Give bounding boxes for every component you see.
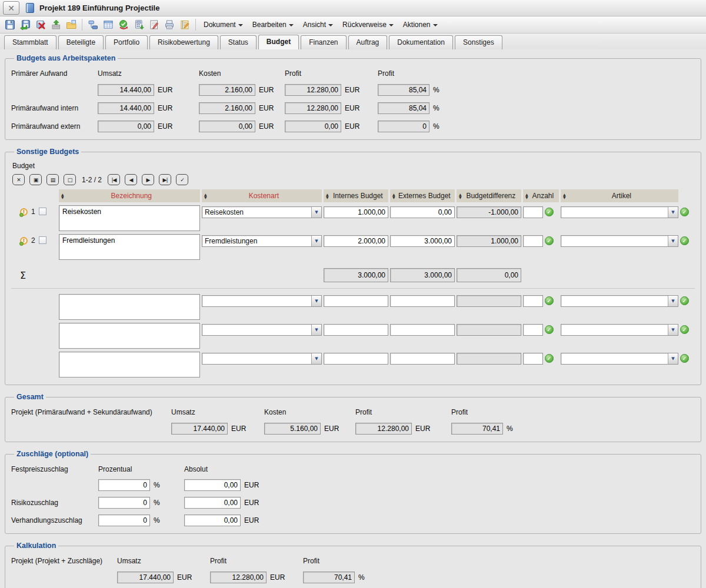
- artikel-select[interactable]: [561, 295, 678, 307]
- tab-sonstiges[interactable]: Sonstiges: [455, 35, 502, 49]
- column-header-internes-budget[interactable]: Internes Budget: [324, 189, 388, 202]
- notes-button[interactable]: [178, 18, 192, 32]
- menu-ansicht[interactable]: Ansicht: [298, 21, 338, 29]
- print-icon: ▤: [51, 177, 55, 183]
- externes-budget-input[interactable]: [390, 324, 455, 336]
- anzahl-input[interactable]: [523, 295, 543, 307]
- apply-icon[interactable]: [680, 325, 689, 334]
- apply-icon[interactable]: [680, 296, 689, 305]
- menu-aktionen[interactable]: Aktionen: [398, 21, 442, 29]
- delete-rows-button[interactable]: ✕: [12, 174, 25, 185]
- tab-stammblatt[interactable]: Stammblatt: [4, 35, 56, 49]
- sort-icon[interactable]: [563, 193, 566, 199]
- first-page-button[interactable]: |◀: [108, 174, 120, 185]
- sort-icon[interactable]: [392, 193, 395, 199]
- menu-rueckverweise[interactable]: Rückverweise: [338, 21, 398, 29]
- tab-status[interactable]: Status: [220, 35, 257, 49]
- kostenart-select[interactable]: Reisekosten: [202, 206, 322, 218]
- bezeichnung-input[interactable]: [59, 323, 200, 349]
- select-all-button[interactable]: ✓: [176, 174, 188, 185]
- apply-icon[interactable]: [680, 354, 689, 363]
- column-header-bezeichnung[interactable]: Bezeichnung: [59, 189, 200, 202]
- internes-budget-input[interactable]: [324, 295, 388, 307]
- tab-risikobewertung[interactable]: Risikobewertung: [149, 35, 218, 49]
- artikel-select[interactable]: [561, 353, 678, 365]
- artikel-select[interactable]: [561, 324, 678, 336]
- table-view-button[interactable]: [101, 18, 115, 32]
- internes-budget-input[interactable]: [324, 235, 388, 247]
- sort-icon[interactable]: [525, 193, 528, 199]
- externes-budget-input[interactable]: [390, 235, 455, 247]
- sort-icon[interactable]: [326, 193, 329, 199]
- anzahl-input[interactable]: [523, 324, 543, 336]
- save-and-close-button[interactable]: [18, 18, 32, 32]
- next-page-button[interactable]: ▶: [142, 174, 154, 185]
- column-header-budgetdifferenz[interactable]: Budgetdifferenz: [457, 189, 521, 202]
- apply-icon[interactable]: [545, 296, 554, 305]
- kostenart-select[interactable]: [202, 295, 322, 307]
- anzahl-input[interactable]: [523, 235, 543, 247]
- apply-icon[interactable]: [680, 236, 689, 245]
- kostenart-select[interactable]: [202, 353, 322, 365]
- column-header-artikel[interactable]: Artikel: [561, 189, 678, 202]
- artikel-select[interactable]: [561, 206, 678, 218]
- absolut-input[interactable]: [184, 514, 241, 526]
- apply-icon[interactable]: [545, 236, 554, 245]
- anzahl-input[interactable]: [523, 353, 543, 365]
- prozent-input[interactable]: [98, 479, 150, 491]
- print-list-button[interactable]: ▤: [46, 174, 59, 185]
- kostenart-select[interactable]: Fremdleistungen: [202, 235, 322, 247]
- prev-page-button[interactable]: ◀: [125, 174, 137, 185]
- approve-button[interactable]: [116, 18, 131, 32]
- print-button[interactable]: [162, 18, 176, 32]
- internes-budget-input[interactable]: [324, 206, 388, 218]
- tab-finanzen[interactable]: Finanzen: [301, 35, 346, 49]
- calculate-button[interactable]: [132, 18, 146, 32]
- sort-icon[interactable]: [61, 193, 64, 199]
- bezeichnung-input[interactable]: Reisekosten: [59, 205, 200, 231]
- prozent-input[interactable]: [98, 514, 150, 526]
- close-button[interactable]: ✕: [3, 1, 19, 15]
- anzahl-input[interactable]: [523, 206, 543, 218]
- hierarchy-button[interactable]: [86, 18, 100, 32]
- last-page-button[interactable]: ▶|: [159, 174, 171, 185]
- apply-icon[interactable]: [545, 354, 554, 363]
- internes-budget-input[interactable]: [324, 353, 388, 365]
- edit-note-button[interactable]: [147, 18, 161, 32]
- bezeichnung-input[interactable]: [59, 294, 200, 320]
- menu-dokument[interactable]: Dokument: [199, 21, 248, 29]
- artikel-select[interactable]: [561, 235, 678, 247]
- new-row-button[interactable]: □: [64, 174, 76, 185]
- menu-bearbeiten[interactable]: Bearbeiten: [248, 21, 298, 29]
- absolut-input[interactable]: [184, 497, 241, 509]
- tab-portfolio[interactable]: Portfolio: [105, 35, 148, 49]
- kostenart-select[interactable]: [202, 324, 322, 336]
- apply-icon[interactable]: [545, 208, 554, 216]
- bezeichnung-input[interactable]: [59, 352, 200, 377]
- bezeichnung-input[interactable]: Fremdleistungen: [59, 234, 200, 260]
- externes-budget-input[interactable]: [390, 353, 455, 365]
- absolut-input[interactable]: [184, 479, 241, 491]
- apply-icon[interactable]: [680, 208, 689, 216]
- tab-dokumentation[interactable]: Dokumentation: [389, 35, 453, 49]
- copy-button[interactable]: [64, 18, 78, 32]
- row-checkbox[interactable]: [39, 236, 46, 244]
- sort-icon[interactable]: [204, 193, 207, 199]
- column-header-kostenart[interactable]: Kostenart: [202, 189, 322, 202]
- sort-icon[interactable]: [459, 193, 462, 199]
- prozent-input[interactable]: [98, 497, 150, 509]
- delete-button[interactable]: [34, 18, 48, 32]
- externes-budget-input[interactable]: [390, 206, 455, 218]
- save-button[interactable]: [3, 18, 17, 32]
- tab-beteiligte[interactable]: Beteiligte: [58, 35, 104, 49]
- externes-budget-input[interactable]: [390, 295, 455, 307]
- column-header-anzahl[interactable]: Anzahl: [523, 189, 559, 202]
- column-header-externes-budget[interactable]: Externes Budget: [390, 189, 455, 202]
- tab-budget[interactable]: Budget: [258, 35, 299, 49]
- import-button[interactable]: [49, 18, 63, 32]
- row-checkbox[interactable]: [39, 208, 46, 215]
- copy-rows-button[interactable]: ▣: [29, 174, 42, 185]
- apply-icon[interactable]: [545, 325, 554, 334]
- tab-auftrag[interactable]: Auftrag: [348, 35, 388, 49]
- internes-budget-input[interactable]: [324, 324, 388, 336]
